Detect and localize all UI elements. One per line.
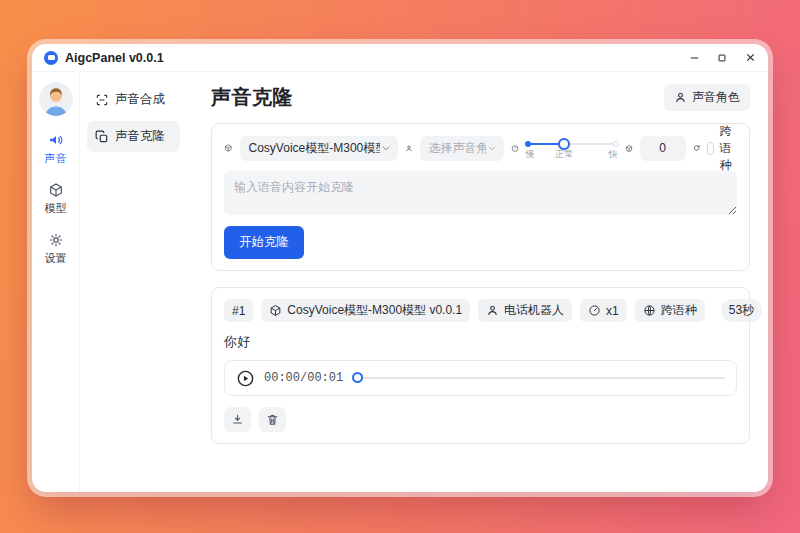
rail-label: 声音 — [45, 151, 67, 166]
model-icon — [48, 182, 64, 198]
chevron-down-icon — [380, 142, 392, 154]
window-controls — [688, 52, 756, 64]
rail-item-voice[interactable]: 声音 — [45, 132, 67, 166]
download-icon — [231, 413, 244, 426]
globe-icon — [643, 304, 656, 317]
download-button[interactable] — [224, 407, 251, 432]
person-icon — [674, 91, 687, 104]
app-title: AigcPanel v0.0.1 — [65, 51, 164, 65]
titlebar: AigcPanel v0.0.1 — [32, 44, 768, 72]
page-title: 声音克隆 — [211, 84, 293, 111]
rail-label: 模型 — [45, 201, 67, 216]
rail-item-models[interactable]: 模型 — [45, 182, 67, 216]
model-select[interactable]: CosyVoice模型-M300模型 v0.0 — [240, 136, 398, 161]
clone-icon — [95, 130, 109, 144]
speed-gauge-icon — [588, 304, 601, 317]
result-index-badge: #1 — [224, 299, 253, 322]
audio-player: 00:00/00:01 — [224, 360, 737, 396]
main-content: 声音克隆 声音角色 CosyVoice模型-M300模型 v0.0 选择声音 — [187, 72, 768, 492]
gear-icon — [48, 232, 64, 248]
rail-item-settings[interactable]: 设置 — [45, 232, 67, 266]
chevron-down-icon — [486, 142, 498, 154]
result-cross-lingual-badge: 跨语种 — [635, 299, 705, 322]
person-icon — [405, 141, 413, 156]
model-icon — [269, 304, 282, 317]
delete-button[interactable] — [259, 407, 286, 432]
speaker-icon — [48, 132, 64, 148]
submenu: 声音合成 声音克隆 — [79, 72, 187, 492]
voice-select[interactable]: 选择声音角色 — [420, 136, 504, 161]
clone-form-card: CosyVoice模型-M300模型 v0.0 选择声音角色 慢 正常 快 — [211, 123, 750, 271]
synthesis-icon — [95, 93, 109, 107]
voice-role-button[interactable]: 声音角色 — [664, 84, 750, 111]
player-time: 00:00/00:01 — [264, 371, 343, 385]
seed-cube-icon — [625, 141, 633, 156]
submenu-label: 声音合成 — [115, 91, 165, 108]
maximize-button[interactable] — [716, 52, 728, 64]
checkbox-box[interactable] — [707, 142, 714, 155]
result-card: #1 CosyVoice模型-M300模型 v0.0.1 电话机器人 x1 — [211, 287, 750, 444]
speech-text-input[interactable] — [224, 171, 737, 215]
app-logo-icon — [44, 51, 58, 65]
icon-rail: 声音 模型 设置 — [32, 72, 79, 492]
result-voice-badge: 电话机器人 — [478, 299, 572, 322]
result-speed-badge: x1 — [580, 299, 627, 322]
app-window: AigcPanel v0.0.1 — [32, 44, 768, 492]
result-text: 你好 — [224, 333, 737, 351]
avatar[interactable] — [39, 82, 73, 116]
result-model-badge: CosyVoice模型-M300模型 v0.0.1 — [261, 299, 470, 322]
model-icon — [224, 140, 233, 156]
duration-badge: 53秒 — [721, 299, 762, 322]
submenu-item-voice-synthesis[interactable]: 声音合成 — [87, 84, 180, 115]
play-icon[interactable] — [236, 369, 255, 388]
refresh-icon[interactable] — [693, 141, 700, 155]
player-seekbar[interactable] — [352, 371, 725, 385]
player-seek-handle[interactable] — [352, 372, 363, 383]
person-icon — [486, 304, 499, 317]
submenu-label: 声音克隆 — [115, 128, 165, 145]
speed-gauge-icon — [511, 141, 519, 156]
start-clone-button[interactable]: 开始克隆 — [224, 226, 304, 259]
speed-slider[interactable]: 慢 正常 快 — [526, 136, 618, 160]
close-button[interactable] — [744, 52, 756, 64]
trash-icon — [266, 413, 279, 426]
minimize-button[interactable] — [688, 52, 700, 64]
submenu-item-voice-clone[interactable]: 声音克隆 — [87, 121, 180, 152]
seed-input[interactable] — [640, 136, 686, 161]
cross-lingual-checkbox[interactable]: 跨语种 — [707, 123, 737, 174]
rail-label: 设置 — [45, 251, 67, 266]
